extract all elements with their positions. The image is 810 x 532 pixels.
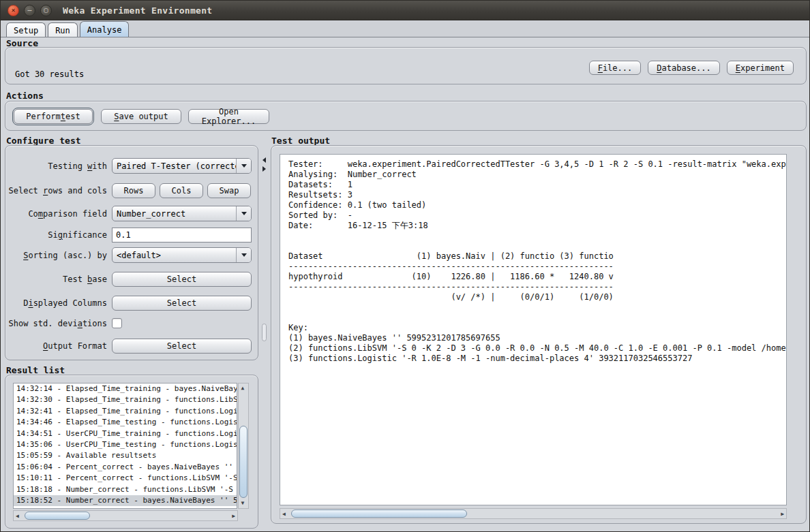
divider-grip[interactable] [262,324,267,341]
rows-button[interactable]: Rows [112,183,155,198]
select-rows-cols-label: Select rows and cols [5,186,107,195]
window-title: Weka Experiment Environment [63,5,212,16]
comparison-field-label: Comparison field [5,209,107,219]
maximize-button[interactable]: ▢ [40,5,52,16]
scroll-right-icon[interactable]: ▶ [232,514,235,519]
testing-with-label: Testing with [5,161,107,171]
result-list-item[interactable]: 14:34:46 - Elapsed_Time_testing - functi… [14,417,237,428]
sorting-by-label: Sorting (asc.) by [5,251,107,260]
test-output-panel: Tester: weka.experiment.PairedCorrectedT… [271,145,807,524]
significance-input[interactable] [112,228,252,242]
result-list-vertical-scrollbar[interactable]: ▲ ▼ [238,383,249,509]
tab-setup[interactable]: Setup [6,22,46,37]
configure-test-section-label: Configure test [6,136,81,146]
titlebar: ✕ — ▢ Weka Experiment Environment [1,1,809,20]
test-output-horizontal-scrollbar[interactable]: ◀ ▶ [280,508,787,519]
vertical-scroll-thumb[interactable] [239,426,247,498]
actions-panel: Perform test Save output Open Explorer..… [5,101,807,131]
swap-button[interactable]: Swap [207,183,251,198]
significance-label: Significance [5,230,107,240]
result-list-item[interactable]: 15:06:04 - Percent_correct - bayes.Naive… [14,462,237,473]
horizontal-scroll-thumb[interactable] [291,510,467,518]
experiment-button[interactable]: Experiment [727,61,794,75]
open-explorer-button[interactable]: Open Explorer... [188,109,269,124]
result-list-item[interactable]: 15:10:11 - Percent_correct - functions.L… [14,473,237,484]
sorting-by-dropdown[interactable]: <default> [112,247,252,263]
output-format-select-button[interactable]: Select [112,339,252,354]
chevron-down-icon [241,164,247,168]
testing-with-value: Paired T-Tester (corrected) [112,161,236,171]
test-output-section-label: Test output [271,136,330,146]
analyse-panel: Source Got 30 results File... Database..… [1,37,809,531]
result-list-item[interactable]: 14:35:06 - UserCPU_Time_testing - functi… [14,439,237,450]
scroll-left-icon[interactable]: ◀ [282,512,286,517]
sorting-by-value: <default> [112,251,236,260]
tab-bar: Setup Run Analyse [1,21,809,37]
result-list-item[interactable]: 15:18:52 - Number_correct - bayes.NaiveB… [14,495,237,506]
testing-with-dropdown[interactable]: Paired T-Tester (corrected) [112,158,252,174]
perform-test-focus-ring: Perform test [12,108,94,125]
show-std-deviations-checkbox[interactable] [112,318,122,328]
maximize-icon: ▢ [44,7,48,14]
test-base-select-button[interactable]: Select [112,272,252,287]
result-list-item[interactable]: 14:32:30 - Elapsed_Time_training - funct… [14,394,237,405]
test-output-text: Tester: weka.experiment.PairedCorrectedT… [280,155,786,364]
weka-window: ✕ — ▢ Weka Experiment Environment Setup … [0,0,810,532]
minimize-icon: — [27,7,31,14]
test-output-area[interactable]: Tester: weka.experiment.PairedCorrectedT… [280,154,787,505]
source-panel: Got 30 results File... Database... Exper… [5,47,807,84]
close-icon: ✕ [11,7,15,14]
result-list-item[interactable]: 15:18:18 - Number_correct - functions.Li… [14,484,237,495]
result-list-item[interactable]: 14:34:51 - UserCPU_Time_training - funct… [14,428,237,439]
file-button[interactable]: File... [589,61,642,75]
database-button[interactable]: Database... [648,61,719,75]
configure-test-panel: Testing with Paired T-Tester (corrected)… [5,145,258,360]
result-list-panel: 14:32:14 - Elapsed_Time_training - bayes… [5,375,258,529]
result-list-section-label: Result list [6,365,65,375]
comparison-field-value: Number_correct [112,209,236,219]
result-list-item[interactable]: 14:32:41 - Elapsed_Time_training - funct… [14,406,237,417]
actions-section-label: Actions [6,91,44,101]
collapse-right-icon[interactable] [262,166,266,172]
horizontal-scroll-thumb[interactable] [25,512,90,520]
result-list-horizontal-scrollbar[interactable]: ◀ ▶ [13,510,238,521]
displayed-columns-select-button[interactable]: Select [112,296,252,311]
output-format-label: Output Format [5,341,107,351]
close-button[interactable]: ✕ [7,5,19,16]
chevron-down-icon [241,212,247,215]
tab-analyse[interactable]: Analyse [80,21,130,37]
save-output-button[interactable]: Save output [101,109,181,124]
split-pane-divider[interactable] [260,145,270,527]
scroll-right-icon[interactable]: ▶ [781,512,784,517]
show-std-deviations-label: Show std. deviations [5,319,107,328]
dropdown-arrow-button[interactable] [236,206,251,221]
scroll-down-icon[interactable]: ▼ [241,501,245,506]
result-list[interactable]: 14:32:14 - Elapsed_Time_training - bayes… [13,383,237,509]
collapse-left-icon[interactable] [262,157,266,163]
minimize-button[interactable]: — [24,5,35,16]
scroll-up-icon[interactable]: ▲ [241,386,245,391]
test-base-label: Test base [5,275,107,284]
scroll-left-icon[interactable]: ◀ [16,514,19,519]
cols-button[interactable]: Cols [160,183,203,198]
result-list-item[interactable]: 14:32:14 - Elapsed_Time_training - bayes… [14,384,237,394]
displayed-columns-label: Displayed Columns [5,298,107,308]
tab-run[interactable]: Run [48,22,78,37]
result-list-item[interactable]: 15:05:59 - Available resultsets [14,450,237,461]
dropdown-arrow-button[interactable] [236,248,251,262]
chevron-down-icon [241,253,247,257]
perform-test-button[interactable]: Perform test [14,109,93,124]
source-status-text: Got 30 results [15,69,84,79]
dropdown-arrow-button[interactable] [236,159,251,173]
comparison-field-dropdown[interactable]: Number_correct [112,206,252,221]
